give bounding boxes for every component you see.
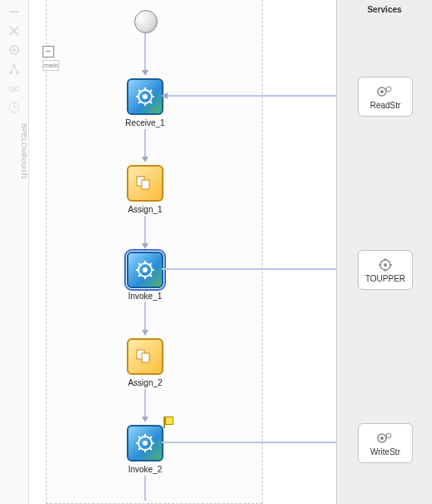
svg-line-41 — [149, 447, 152, 450]
invoke-activity-1[interactable] — [127, 252, 163, 288]
svg-rect-21 — [142, 180, 149, 189]
service-label: WriteStr — [370, 447, 400, 457]
flow-line — [144, 129, 146, 159]
bpel-canvas[interactable]: − main Receive_1 Assign_1 Invoke_1 — [29, 0, 336, 504]
left-toolbar: BPELOutbound1 — [0, 0, 29, 504]
arrow-down-icon — [142, 330, 148, 336]
copy-icon — [135, 348, 155, 365]
activity-label: Receive_1 — [103, 118, 187, 127]
flow-line — [144, 302, 146, 332]
svg-line-42 — [138, 447, 141, 450]
svg-point-54 — [380, 437, 384, 440]
svg-point-11 — [143, 94, 148, 99]
copy-icon — [135, 175, 155, 192]
activity-label: Invoke_2 — [103, 465, 187, 474]
svg-line-18 — [138, 101, 141, 103]
wire-toupper — [162, 268, 357, 270]
flag-icon — [163, 417, 173, 428]
gear-icon — [135, 87, 155, 107]
assign-activity-1[interactable] — [127, 165, 163, 202]
svg-line-30 — [138, 274, 141, 277]
x-icon[interactable] — [7, 23, 22, 38]
activity-label: Invoke_1 — [103, 292, 187, 301]
flow-line — [144, 216, 146, 246]
service-gear-icon — [375, 84, 395, 99]
activity-label: Assign_2 — [103, 378, 187, 387]
receive-activity[interactable] — [127, 78, 163, 115]
assign-activity-2[interactable] — [127, 338, 163, 375]
scope-label: main — [43, 60, 59, 71]
svg-line-40 — [138, 437, 141, 439]
services-title: Services — [337, 0, 432, 19]
svg-line-31 — [149, 263, 152, 266]
invoke-activity-2[interactable] — [127, 425, 163, 462]
svg-rect-0 — [9, 11, 19, 12]
gear-icon[interactable] — [7, 42, 22, 57]
flow-line — [144, 389, 146, 419]
service-writestr[interactable]: WriteStr — [358, 423, 413, 463]
svg-rect-7 — [15, 87, 19, 91]
minus-icon[interactable] — [7, 4, 22, 19]
gear-icon — [135, 260, 155, 280]
svg-point-46 — [386, 87, 391, 92]
wire-writestr — [162, 442, 357, 443]
service-gear-icon — [375, 257, 395, 272]
svg-point-23 — [143, 267, 148, 272]
flow-line — [144, 33, 146, 73]
arrow-down-icon — [142, 157, 148, 162]
gear-icon — [135, 433, 155, 453]
toolbar-vertical-label: BPELOutbound1 — [0, 123, 28, 180]
svg-line-29 — [149, 274, 152, 277]
node-icon[interactable] — [7, 62, 22, 77]
service-readstr[interactable]: ReadStr — [358, 77, 413, 117]
service-gear-icon — [375, 431, 395, 446]
svg-point-45 — [380, 90, 384, 93]
arrow-down-icon — [142, 243, 148, 249]
service-toupper[interactable]: TOUPPER — [358, 250, 413, 290]
arrow-left-icon — [162, 92, 168, 99]
svg-line-16 — [138, 90, 141, 92]
svg-rect-33 — [142, 353, 149, 362]
svg-line-17 — [149, 101, 152, 103]
svg-line-43 — [149, 437, 152, 439]
wire-readstr — [162, 95, 357, 97]
start-node[interactable] — [134, 10, 158, 33]
svg-point-55 — [386, 433, 391, 438]
activity-label: Assign_1 — [103, 205, 187, 214]
arrow-down-icon — [142, 70, 148, 76]
svg-line-19 — [149, 90, 152, 92]
svg-line-28 — [138, 263, 141, 266]
toggle-icon[interactable] — [7, 100, 22, 115]
flow-line — [144, 476, 146, 501]
main-scope: − main Receive_1 Assign_1 Invoke_1 — [46, 0, 263, 504]
service-label: ReadStr — [370, 101, 401, 110]
svg-point-2 — [13, 48, 16, 52]
services-panel: Services ReadStr TOUPPER WriteStr — [336, 0, 432, 504]
link-icon[interactable] — [7, 81, 22, 96]
collapse-button[interactable]: − — [43, 46, 54, 57]
svg-point-35 — [143, 441, 148, 446]
arrow-down-icon — [142, 417, 148, 422]
svg-rect-6 — [9, 87, 13, 91]
service-label: TOUPPER — [365, 274, 405, 283]
svg-point-48 — [384, 263, 387, 267]
